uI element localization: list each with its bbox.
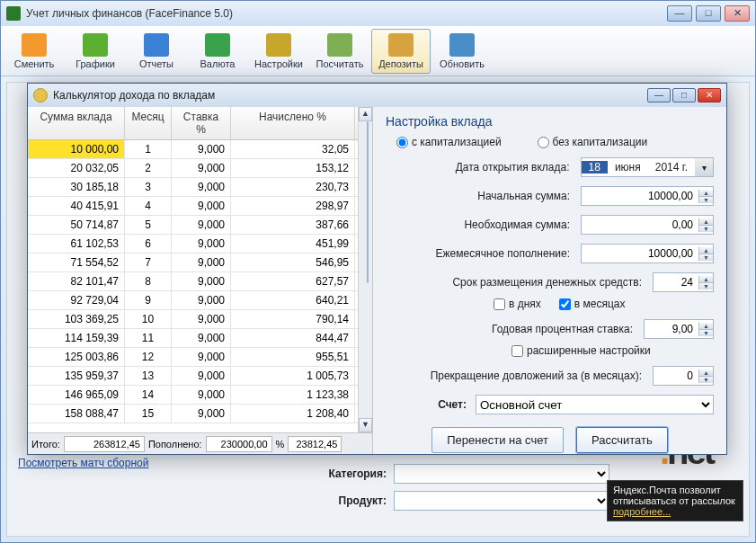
radio-nocap-input[interactable]	[538, 137, 549, 148]
totals-topup-input[interactable]	[206, 436, 272, 452]
cell-month: 13	[125, 367, 172, 385]
calculate-button[interactable]: Рассчитать	[576, 427, 668, 453]
table-row[interactable]: 135 959,37139,0001 005,73	[28, 367, 358, 386]
match-link[interactable]: Посмотреть матч сборной	[18, 457, 148, 469]
table-row[interactable]: 40 415,9149,000298,97	[28, 197, 358, 216]
dialog-title: Калькулятор дохода по вкладам	[53, 89, 647, 102]
annual-rate-label: Годовая процентная ставка:	[386, 323, 644, 335]
table-row[interactable]: 71 554,5279,000546,95	[28, 254, 358, 272]
dialog-titlebar[interactable]: Калькулятор дохода по вкладам — □ ✕	[28, 84, 726, 107]
totals-pct-input[interactable]	[288, 436, 342, 452]
main-maximize-button[interactable]: □	[696, 5, 721, 22]
toolbar-charts[interactable]: Графики	[66, 29, 125, 74]
toolbar-currency[interactable]: Валюта	[188, 29, 247, 74]
totals-row: Итого: Пополнено: %	[28, 432, 372, 454]
initial-sum-input[interactable]	[582, 190, 698, 202]
table-row[interactable]: 30 185,1839,000230,73	[28, 178, 358, 197]
table-row[interactable]: 50 714,8759,000387,66	[28, 216, 358, 235]
table-row[interactable]: 82 101,4789,000627,57	[28, 272, 358, 291]
radio-no-capitalization[interactable]: без капитализации	[538, 136, 648, 148]
toolbar-deposits[interactable]: Депозиты	[371, 29, 431, 74]
cell-accrued: 451,99	[231, 235, 355, 253]
cell-rate: 9,000	[172, 178, 231, 196]
scroll-down-button[interactable]: ▼	[359, 418, 372, 432]
yamail-more-link[interactable]: подробнее...	[613, 506, 671, 517]
cell-rate: 9,000	[172, 291, 231, 309]
radio-cap-input[interactable]	[396, 137, 408, 148]
spin-up-icon[interactable]: ▲	[698, 190, 713, 197]
cell-sum: 114 159,39	[28, 329, 125, 347]
swap-icon	[22, 33, 47, 57]
cell-sum: 10 000,00	[28, 140, 125, 158]
term-input[interactable]	[654, 276, 698, 289]
toolbar-settings[interactable]: Настройки	[249, 29, 308, 74]
table-row[interactable]: 61 102,5369,000451,99	[28, 235, 358, 254]
deposit-calculator-dialog: Калькулятор дохода по вкладам — □ ✕ Сумм…	[27, 83, 727, 455]
cell-accrued: 546,95	[231, 254, 355, 272]
open-date-field[interactable]: 18 июня 2014 г. ▾	[581, 157, 714, 177]
annual-rate-input[interactable]	[645, 323, 698, 335]
table-body[interactable]: 10 000,0019,00032,0520 032,0529,000153,1…	[28, 140, 358, 432]
cell-rate: 9,000	[172, 197, 231, 215]
main-minimize-button[interactable]: —	[667, 5, 692, 22]
table-row[interactable]: 103 369,25109,000790,14	[28, 310, 358, 329]
account-select[interactable]: Основной счет	[476, 395, 714, 414]
cell-rate: 9,000	[172, 235, 231, 253]
toolbar-reports[interactable]: Отчеты	[127, 29, 186, 74]
monthly-topup-label: Ежемесячное пополнение:	[386, 247, 581, 260]
cell-rate: 9,000	[172, 254, 231, 272]
cell-rate: 9,000	[172, 348, 231, 366]
annual-rate-spinner[interactable]: ▲▼	[644, 319, 714, 339]
col-accrued[interactable]: Начислено %	[231, 107, 355, 139]
term-spinner[interactable]: ▲▼	[653, 272, 714, 292]
scroll-thumb[interactable]	[367, 121, 369, 283]
table-row[interactable]: 20 032,0529,000153,12	[28, 159, 358, 178]
dialog-maximize-button[interactable]: □	[672, 88, 696, 102]
main-titlebar[interactable]: Учет личных финансов (FaceFinance 5.0) —…	[1, 1, 755, 26]
radio-capitalization[interactable]: с капитализацией	[396, 136, 502, 148]
check-months[interactable]: в месяцах	[559, 298, 626, 310]
check-advanced[interactable]: расширенные настройки	[511, 344, 651, 357]
cell-sum: 20 032,05	[28, 159, 125, 177]
transfer-button[interactable]: Перенести на счет	[431, 427, 564, 453]
spin-down-icon[interactable]: ▼	[698, 197, 713, 203]
toolbar-calc[interactable]: Посчитать	[310, 29, 369, 74]
product-select[interactable]	[394, 491, 609, 511]
col-rate[interactable]: Ставка %	[172, 107, 231, 139]
dialog-close-button[interactable]: ✕	[698, 88, 721, 102]
table-row[interactable]: 125 003,86129,000955,51	[28, 348, 358, 367]
toolbar-swap[interactable]: Сменить	[4, 29, 64, 74]
cell-month: 4	[125, 197, 172, 215]
required-sum-spinner[interactable]: ▲▼	[581, 215, 714, 235]
vertical-scrollbar[interactable]: ▲ ▼	[358, 107, 372, 432]
cell-month: 1	[125, 140, 172, 158]
monthly-topup-input[interactable]	[582, 247, 698, 260]
table-row[interactable]: 10 000,0019,00032,05	[28, 140, 358, 159]
initial-sum-spinner[interactable]: ▲▼	[581, 186, 714, 206]
main-close-button[interactable]: ✕	[725, 5, 750, 22]
deposit-table: Сумма вклада Месяц Ставка % Начислено % …	[28, 107, 373, 454]
table-row[interactable]: 158 088,47159,0001 208,40	[28, 405, 358, 423]
dialog-minimize-button[interactable]: —	[647, 88, 671, 102]
cell-month: 10	[125, 310, 172, 328]
category-select[interactable]	[394, 464, 609, 484]
col-month[interactable]: Месяц	[125, 107, 172, 139]
table-row[interactable]: 146 965,09149,0001 123,38	[28, 386, 358, 405]
cell-sum: 92 729,04	[28, 291, 125, 309]
table-header: Сумма вклада Месяц Ставка % Начислено %	[28, 107, 358, 140]
table-row[interactable]: 114 159,39119,000844,47	[28, 329, 358, 348]
required-sum-input[interactable]	[582, 218, 698, 231]
table-row[interactable]: 92 729,0499,000640,21	[28, 291, 358, 310]
toolbar-refresh[interactable]: Обновить	[432, 29, 492, 74]
cell-month: 8	[125, 272, 172, 290]
stop-topup-input[interactable]	[654, 369, 698, 382]
stop-topup-spinner[interactable]: ▲▼	[653, 366, 714, 386]
col-sum[interactable]: Сумма вклада	[28, 107, 125, 139]
scroll-up-button[interactable]: ▲	[359, 107, 372, 121]
check-days[interactable]: в днях	[494, 298, 541, 310]
topup-label: Пополнено:	[148, 439, 202, 450]
calendar-dropdown-icon[interactable]: ▾	[695, 158, 713, 176]
totals-total-input[interactable]	[64, 436, 145, 452]
monthly-topup-spinner[interactable]: ▲▼	[581, 244, 714, 263]
category-label: Категория:	[313, 467, 394, 480]
